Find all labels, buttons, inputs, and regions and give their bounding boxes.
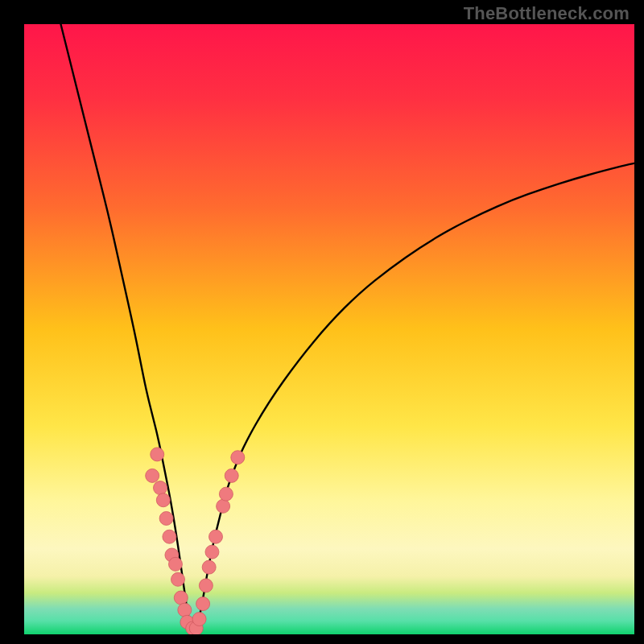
- data-point: [171, 572, 185, 586]
- data-point: [225, 469, 238, 482]
- watermark-text: TheBottleneck.com: [464, 3, 630, 24]
- data-point: [202, 560, 216, 574]
- data-point: [151, 448, 164, 461]
- data-point: [205, 545, 219, 559]
- data-point: [163, 530, 176, 543]
- data-point: [192, 613, 206, 626]
- data-point: [178, 603, 192, 617]
- data-point: [196, 597, 210, 611]
- data-point: [231, 451, 245, 464]
- data-point: [199, 579, 213, 592]
- bottleneck-curve: [60, 24, 634, 630]
- data-point: [168, 557, 182, 571]
- data-point: [146, 469, 159, 482]
- curve-layer: [24, 24, 634, 634]
- plot-area: [24, 24, 634, 634]
- data-point: [217, 499, 230, 513]
- chart-frame: TheBottleneck.com: [0, 0, 644, 644]
- data-point: [159, 511, 173, 525]
- data-point: [154, 481, 167, 495]
- data-point: [156, 493, 170, 507]
- data-point: [219, 487, 233, 501]
- data-point: [209, 530, 223, 543]
- data-point: [174, 591, 188, 605]
